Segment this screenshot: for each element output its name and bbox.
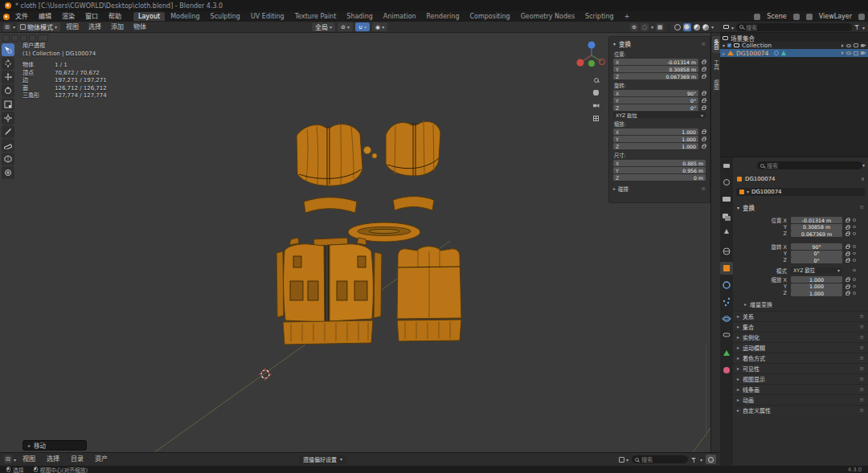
- select-mode-extend-icon[interactable]: [11, 35, 18, 42]
- tool-annotate[interactable]: [2, 125, 14, 138]
- menu-window[interactable]: 窗口: [80, 12, 103, 22]
- outliner-search-input[interactable]: 搜索: [736, 23, 852, 31]
- tool-add-primitive[interactable]: [2, 153, 14, 165]
- rotation-y-field[interactable]: Y0°: [613, 97, 698, 104]
- asset-search-input[interactable]: 搜索: [632, 455, 688, 463]
- asset-menu-view[interactable]: 视图: [18, 455, 40, 464]
- editor-type-icon[interactable]: ⊞: [3, 23, 11, 31]
- outliner-row-collection[interactable]: ✓ Collection: [720, 42, 868, 49]
- asset-menu-asset[interactable]: 资产: [90, 455, 113, 464]
- hide-toggle-icon[interactable]: [846, 44, 851, 47]
- panel-collections[interactable]: 集合: [733, 321, 868, 332]
- panel-custom-properties[interactable]: 自定义属性: [733, 405, 868, 415]
- rotation-y-field[interactable]: 0°: [791, 251, 842, 257]
- lock-icon[interactable]: [702, 145, 706, 149]
- location-y-field[interactable]: Y0.30858 m: [613, 66, 698, 72]
- sidebar-tab-view[interactable]: 视图: [712, 76, 720, 93]
- proportional-edit-dropdown[interactable]: ◉: [372, 22, 387, 31]
- app-menu-icon[interactable]: [3, 14, 10, 20]
- rotation-z-field[interactable]: Z0°: [613, 104, 698, 111]
- tab-layout[interactable]: Layout: [133, 12, 165, 21]
- tool-measure[interactable]: [2, 139, 14, 152]
- tab-animation[interactable]: Animation: [379, 12, 421, 21]
- lock-icon[interactable]: [845, 253, 850, 256]
- ortho-toggle-icon[interactable]: [592, 115, 600, 122]
- lock-icon[interactable]: [702, 100, 706, 103]
- scale-y-field[interactable]: 1.000: [791, 283, 842, 290]
- xray-toggle-icon[interactable]: ▦: [656, 23, 664, 31]
- pin-icon[interactable]: [793, 14, 800, 20]
- panel-motion-blur[interactable]: 运动模糊: [733, 342, 868, 353]
- lock-icon[interactable]: [845, 226, 850, 230]
- hide-toggle-icon[interactable]: [846, 51, 851, 55]
- select-mode-set-icon[interactable]: [2, 35, 10, 42]
- scale-z-field[interactable]: Z1.000: [613, 143, 698, 149]
- outliner-row-scene-collection[interactable]: 场景集合: [720, 35, 868, 42]
- transform-panel-header[interactable]: 变换: [737, 203, 755, 212]
- viewport-scrollbar[interactable]: [706, 345, 707, 438]
- rotation-z-field[interactable]: 0°: [791, 257, 842, 263]
- viewport-menu-add[interactable]: 添加: [107, 22, 128, 32]
- show-overlays-icon[interactable]: ◌: [641, 23, 649, 31]
- lock-icon[interactable]: [702, 75, 706, 79]
- scale-y-field[interactable]: Y1.000: [613, 136, 698, 142]
- settings-gear-button[interactable]: [706, 455, 716, 464]
- tool-transform[interactable]: [2, 112, 14, 124]
- zoom-icon[interactable]: [592, 76, 600, 84]
- shading-wireframe-icon[interactable]: [674, 24, 681, 31]
- editor-type-chevron-icon[interactable]: [13, 23, 15, 31]
- lock-icon[interactable]: [702, 131, 706, 134]
- location-z-field[interactable]: 0.067369 m: [791, 230, 842, 237]
- scene-selector[interactable]: Scene: [767, 13, 786, 20]
- viewport-menu-object[interactable]: 物体: [129, 22, 150, 32]
- overlays-chevron-icon[interactable]: [651, 23, 653, 31]
- tab-uv-editing[interactable]: UV Editing: [246, 12, 289, 21]
- lock-icon[interactable]: [702, 92, 706, 96]
- asset-menu-select[interactable]: 选择: [42, 455, 64, 464]
- animate-dot-icon[interactable]: [853, 218, 856, 222]
- filter-icon[interactable]: [691, 457, 697, 463]
- viewport-disable-icon[interactable]: [854, 51, 858, 55]
- location-x-field[interactable]: -0.01314 m: [791, 217, 842, 223]
- panel-instancing[interactable]: 实例化: [733, 332, 868, 342]
- lock-icon[interactable]: [845, 259, 850, 263]
- panel-visibility[interactable]: 可见性: [733, 363, 868, 373]
- viewport-menu-select[interactable]: 选择: [84, 22, 105, 32]
- transform-orientation-dropdown[interactable]: 全局: [312, 22, 335, 31]
- location-x-field[interactable]: X-0.01314 m: [613, 59, 698, 65]
- select-mode-invert-icon[interactable]: [29, 35, 36, 42]
- panel-viewport-display[interactable]: 视图显示: [733, 373, 868, 384]
- filter-chevron-icon[interactable]: [700, 456, 702, 463]
- pan-hand-icon[interactable]: [592, 89, 600, 96]
- animate-dot-icon[interactable]: [853, 269, 856, 272]
- transform-panel-header[interactable]: 变换: [613, 39, 631, 48]
- camera-view-icon[interactable]: [592, 102, 600, 109]
- select-mode-intersect-icon[interactable]: [38, 35, 48, 42]
- selectable-toggle-icon[interactable]: [841, 51, 844, 55]
- scale-z-field[interactable]: 1.000: [791, 290, 842, 296]
- tool-extra[interactable]: [2, 166, 14, 179]
- layers-icon[interactable]: [858, 14, 865, 20]
- lock-icon[interactable]: [845, 279, 850, 282]
- properties-options-chevron-icon[interactable]: [862, 162, 865, 169]
- import-method-dropdown[interactable]: 遵循偏好设置: [299, 455, 346, 464]
- rotation-mode-dropdown[interactable]: XYZ 欧拉: [613, 112, 706, 118]
- collection-checkbox[interactable]: ✓: [727, 43, 731, 47]
- lock-icon[interactable]: [702, 68, 706, 71]
- location-y-field[interactable]: 0.30858 m: [791, 224, 842, 230]
- filter-icon[interactable]: [854, 24, 860, 30]
- dimensions-y-field[interactable]: Y0.956 m: [613, 167, 706, 173]
- shading-material-icon[interactable]: [694, 24, 700, 31]
- animate-dot-icon[interactable]: [853, 252, 856, 255]
- mode-dropdown[interactable]: 物体模式: [17, 22, 60, 31]
- tab-rendering[interactable]: Rendering: [422, 12, 465, 21]
- filter-chevron-icon[interactable]: [862, 23, 865, 31]
- lock-icon[interactable]: [845, 292, 850, 296]
- render-disable-icon[interactable]: [861, 51, 866, 55]
- dimensions-z-field[interactable]: Z0 m: [613, 174, 706, 181]
- lock-icon[interactable]: [845, 286, 850, 289]
- properties-tab-icons[interactable]: [720, 157, 733, 467]
- lock-icon[interactable]: [702, 138, 706, 141]
- sidebar-tab-item[interactable]: 条目: [712, 36, 720, 53]
- sidebar-tab-tool[interactable]: 工具: [712, 56, 720, 73]
